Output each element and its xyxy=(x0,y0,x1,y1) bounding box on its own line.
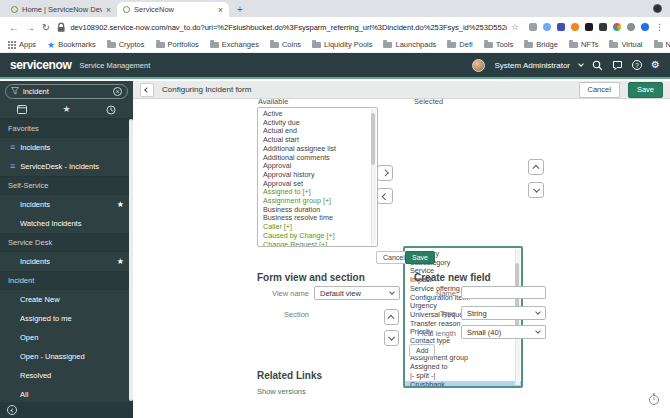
browser-tab-inactive[interactable]: Home | ServiceNow Develope × xyxy=(5,2,117,17)
refresh-icon[interactable]: ↻ xyxy=(38,22,54,33)
apps-shortcut[interactable]: Apps xyxy=(8,40,36,49)
bookmark-folder[interactable]: Tools xyxy=(484,40,514,49)
new-tab-button[interactable]: + xyxy=(237,4,243,17)
folder-icon xyxy=(484,42,493,48)
browser-tab-active[interactable]: ServiceNow × xyxy=(117,2,229,17)
all-applications-tab-icon[interactable] xyxy=(17,105,27,114)
bookmark-folder[interactable]: Exchanges xyxy=(210,40,259,49)
extension-icon[interactable] xyxy=(585,23,593,31)
navigator-footer xyxy=(0,402,133,418)
metamask-icon[interactable] xyxy=(571,23,579,31)
navigator-item[interactable]: ≡ Incidents ★ xyxy=(0,252,133,271)
favorites-tab-icon[interactable]: ★ xyxy=(62,105,70,114)
available-list[interactable]: ActiveActivity dueActual endActual start… xyxy=(257,107,378,247)
app-banner: servicenow Service Management System Adm… xyxy=(0,53,670,79)
bookmark-folder[interactable]: Defi xyxy=(447,40,472,49)
folder-icon xyxy=(609,42,618,48)
navigator-item[interactable]: ≡ Favorites ★ xyxy=(0,119,133,138)
navigator-item[interactable]: ≡ Create New ★ xyxy=(0,290,133,309)
selected-option[interactable]: Crushbank xyxy=(405,381,521,388)
view-name-select[interactable]: Default view xyxy=(314,286,400,300)
folder-icon xyxy=(524,42,533,48)
navigator-item[interactable]: ≡ Self-Service ★ xyxy=(0,176,133,195)
move-down-button[interactable] xyxy=(528,182,544,198)
back-icon[interactable]: ← xyxy=(6,22,22,33)
navigator-item[interactable]: ≡ Watched Incidents ★ xyxy=(0,214,133,233)
move-up-button[interactable] xyxy=(528,159,544,175)
bookmark-folder[interactable]: NFTs xyxy=(569,40,599,49)
navigator-item[interactable]: ≡ ServiceDesk - Incidents ★ xyxy=(0,157,133,176)
bookmark-folder[interactable]: Liquidity Pools xyxy=(312,40,372,49)
servicenow-logo: servicenow xyxy=(10,58,71,72)
field-length-select[interactable]: Small (40) xyxy=(461,325,546,339)
profile-avatar-icon[interactable] xyxy=(641,23,649,31)
bookmark-star-icon[interactable]: ☆ xyxy=(511,22,519,32)
bookmark-folder[interactable]: Coins xyxy=(270,40,301,49)
history-tab-icon[interactable] xyxy=(106,105,116,115)
forward-icon[interactable]: → xyxy=(22,22,38,33)
user-menu[interactable]: System Administrator xyxy=(494,61,570,70)
folder-icon xyxy=(383,42,392,48)
page-toolbar: Configuring Incident form Cancel Save xyxy=(133,81,670,99)
navigator-item[interactable]: ≡ Incidents ★ xyxy=(0,195,133,214)
bookmark-folder[interactable]: Bridge xyxy=(524,40,558,49)
navigator-item[interactable]: ≡ Incidents ★ xyxy=(0,138,133,157)
bookmark-folder[interactable]: Portfolios xyxy=(156,40,199,49)
bookmarks-shortcut[interactable]: ★ Bookmarks xyxy=(47,40,96,50)
navigator-tabs: ★ xyxy=(0,101,133,119)
folder-icon xyxy=(270,42,279,48)
back-button[interactable] xyxy=(140,83,154,97)
collapse-navigator-icon[interactable] xyxy=(7,405,17,415)
field-name-input[interactable] xyxy=(461,286,546,299)
navigator-item[interactable]: ≡ Assigned to me ★ xyxy=(0,309,133,328)
save-button[interactable]: Save xyxy=(628,82,663,98)
move-left-button[interactable] xyxy=(377,188,393,204)
help-icon[interactable]: ? xyxy=(632,60,642,70)
chat-icon[interactable] xyxy=(612,60,623,71)
section-up-button[interactable] xyxy=(384,309,399,325)
user-avatar[interactable] xyxy=(472,59,485,72)
navigator-item[interactable]: ≡ Service Desk ★ xyxy=(0,233,133,252)
extension-icon[interactable] xyxy=(543,23,551,31)
bookmark-folder[interactable]: Cryptos xyxy=(107,40,145,49)
navigator-item[interactable]: ≡ Incident ★ xyxy=(0,271,133,290)
funnel-icon xyxy=(11,87,19,95)
navigator-item[interactable]: ≡ Resolved ★ xyxy=(0,366,133,385)
slushbucket-save-button[interactable]: Save xyxy=(405,251,435,264)
extension-icon[interactable] xyxy=(557,23,565,31)
search-icon[interactable] xyxy=(592,60,603,71)
add-field-button[interactable]: Add xyxy=(409,344,435,357)
browser-tab-strip: Home | ServiceNow Develope × ServiceNow … xyxy=(0,0,670,17)
section-down-button[interactable] xyxy=(384,330,399,346)
navigator-filter[interactable]: × xyxy=(5,84,128,99)
cancel-button[interactable]: Cancel xyxy=(579,82,620,98)
extension-icon[interactable] xyxy=(529,23,537,31)
bookmark-folder[interactable]: Virtual xyxy=(609,40,642,49)
move-right-button[interactable] xyxy=(377,165,393,181)
tab-close-icon[interactable]: × xyxy=(218,5,223,15)
extensions-puzzle-icon[interactable] xyxy=(627,23,635,31)
servicenow-favicon-icon xyxy=(123,6,130,13)
product-name: Service Management xyxy=(79,61,150,70)
available-option[interactable]: Change Request [+] xyxy=(258,241,377,247)
field-type-label: Type xyxy=(402,309,456,318)
extension-icon[interactable] xyxy=(599,23,607,31)
navigator-item[interactable]: ≡ Open ★ xyxy=(0,328,133,347)
tab-close-icon[interactable]: × xyxy=(106,5,111,15)
clear-filter-icon[interactable]: × xyxy=(113,87,122,96)
color-wheel-icon[interactable] xyxy=(613,23,621,31)
section-label: Section xyxy=(255,310,309,319)
show-versions-link[interactable]: Show versions xyxy=(257,387,306,396)
chevron-down-icon[interactable] xyxy=(578,61,584,67)
browser-menu-icon[interactable]: ⋮ xyxy=(655,22,664,32)
bookmark-folder[interactable]: Launchpads xyxy=(383,40,436,49)
response-time-stopwatch-icon[interactable] xyxy=(648,393,660,406)
field-type-select[interactable]: String xyxy=(461,306,546,320)
bookmark-folder[interactable]: Networks xyxy=(654,40,670,49)
omnibox[interactable]: dev108902.service-now.com/nav_to.do?uri=… xyxy=(56,22,507,33)
navigator-item[interactable]: ≡ Open - Unassigned ★ xyxy=(0,347,133,366)
gear-icon[interactable]: ⚙ xyxy=(651,60,660,70)
filter-input[interactable] xyxy=(23,87,109,96)
address-bar: ← → ↻ dev108902.service-now.com/nav_to.d… xyxy=(0,17,670,37)
available-scrollbar[interactable] xyxy=(371,109,376,245)
